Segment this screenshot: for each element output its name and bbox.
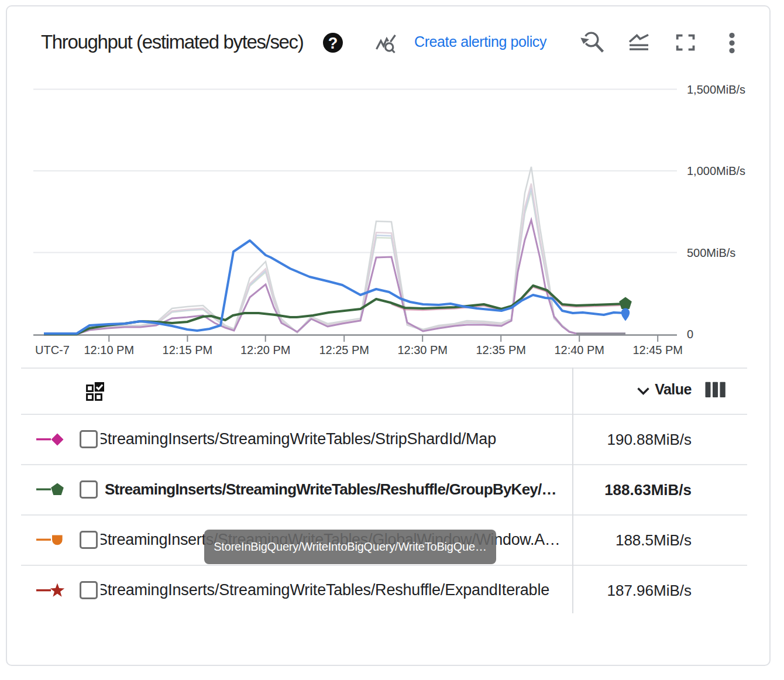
- svg-text:0: 0: [687, 328, 693, 341]
- svg-text:12:35 PM: 12:35 PM: [476, 344, 526, 356]
- svg-text:12:15 PM: 12:15 PM: [163, 344, 213, 356]
- svg-text:?: ?: [328, 35, 338, 52]
- svg-text:UTC-7: UTC-7: [35, 344, 70, 356]
- svg-text:12:10 PM: 12:10 PM: [84, 344, 134, 356]
- svg-text:1,000MiB/s: 1,000MiB/s: [687, 164, 745, 177]
- svg-text:12:30 PM: 12:30 PM: [397, 344, 448, 356]
- svg-text:12:20 PM: 12:20 PM: [240, 344, 291, 356]
- svg-text:1,500MiB/s: 1,500MiB/s: [687, 83, 745, 96]
- svg-text:12:25 PM: 12:25 PM: [319, 344, 369, 356]
- svg-text:500MiB/s: 500MiB/s: [687, 246, 735, 259]
- svg-text:12:45 PM: 12:45 PM: [632, 344, 683, 356]
- svg-text:12:40 PM: 12:40 PM: [554, 344, 604, 356]
